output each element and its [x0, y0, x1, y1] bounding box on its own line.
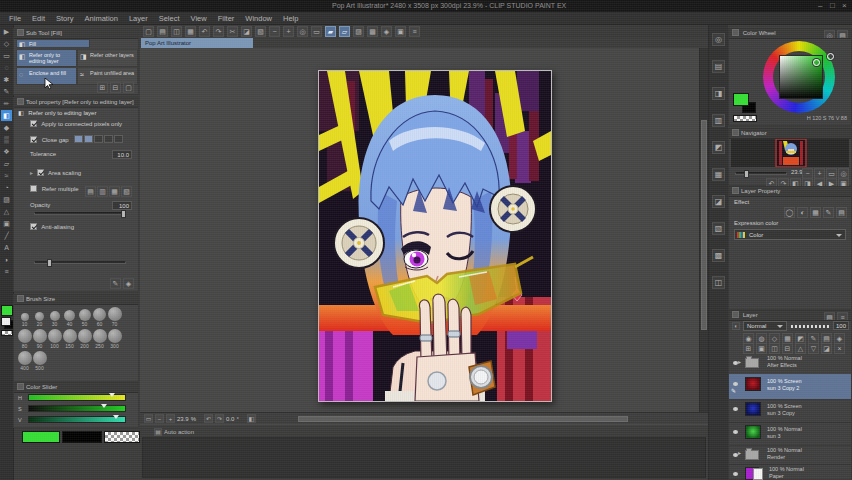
saturation-slider[interactable] — [28, 405, 126, 412]
fit-to-screen-icon[interactable]: ▭ — [311, 26, 322, 37]
folder-expand-icon[interactable]: ▸ — [738, 359, 741, 366]
refer-folder-icon[interactable]: ▧ — [121, 186, 132, 197]
refer-reference-icon[interactable]: ▥ — [97, 186, 108, 197]
brush-size-item[interactable]: 10 — [17, 313, 32, 327]
ruler-tool-icon[interactable]: ╱ — [1, 230, 12, 241]
wheel-main-color-swatch[interactable] — [733, 93, 749, 106]
opacity-slider[interactable] — [34, 212, 126, 215]
layer-menu-icon[interactable]: ≡ — [837, 312, 848, 321]
minimize-button[interactable]: – — [818, 1, 822, 11]
subtool-menu-icon[interactable]: ▢ — [123, 82, 134, 93]
material-2-dock-icon[interactable]: ◨ — [712, 87, 725, 100]
color-wheel-header[interactable]: Color Wheel ◎▤ — [729, 29, 851, 39]
magnifier-dock-icon[interactable]: ◎ — [712, 33, 725, 46]
secondary-color-swatch[interactable] — [62, 431, 102, 443]
layer-visibility-icon[interactable] — [733, 472, 738, 476]
brush-size-item[interactable]: 150 — [62, 329, 77, 349]
canvas-zoom-in-icon[interactable]: + — [166, 414, 175, 423]
delete-subtool-icon[interactable]: ⊟ — [110, 82, 121, 93]
layer-palette-header[interactable]: Layer ▤≡ — [729, 311, 851, 321]
brush-size-item[interactable]: 90 — [32, 329, 47, 349]
snap-grid-icon[interactable]: ▨ — [353, 26, 364, 37]
menu-item-story[interactable]: Story — [56, 14, 74, 23]
wheel-tab-icon[interactable]: ◎ — [824, 30, 835, 39]
vertical-scrollbar-thumb[interactable] — [701, 120, 707, 330]
layer-color-effect-icon[interactable]: ▦ — [810, 207, 821, 218]
pencil-tool-icon[interactable]: ✏ — [1, 98, 12, 109]
reference-effect-icon[interactable]: ▤ — [836, 207, 847, 218]
show-grid-icon[interactable]: ▩ — [367, 26, 378, 37]
brush-size-item[interactable]: 40 — [62, 310, 77, 327]
refer-all-icon[interactable]: ▤ — [85, 186, 96, 197]
canvas-rotate-right-icon[interactable]: ↷ — [215, 414, 224, 423]
menu-item-window[interactable]: Window — [245, 14, 272, 23]
actual-size-icon[interactable]: ◎ — [297, 26, 308, 37]
subtool-option-refer-editing[interactable]: ◧ Refer only to editing layer — [16, 49, 77, 67]
information-dock-icon[interactable]: ▩ — [712, 249, 725, 262]
undo-icon[interactable]: ↶ — [199, 26, 210, 37]
sub-tool-header[interactable]: Sub Tool [Fill] — [14, 29, 138, 39]
vertical-scrollbar-track[interactable] — [699, 48, 708, 412]
operation-tool-icon[interactable]: ▶ — [1, 26, 12, 37]
brush-size-item[interactable]: 300 — [107, 329, 122, 349]
border-effect-icon[interactable]: ◯ — [784, 207, 795, 218]
close-gap-checkbox[interactable] — [30, 136, 37, 143]
tone-effect-icon[interactable]: ◐ — [797, 207, 808, 218]
brush-size-item[interactable]: 500 — [32, 351, 47, 371]
tool-property-header[interactable]: Tool property [Refer only to editing lay… — [14, 98, 138, 108]
layer-property-header[interactable]: Layer Property — [729, 187, 851, 197]
document-tab[interactable]: Pop Art Illustrator — [141, 38, 253, 48]
tolerance-value[interactable]: 10.0 — [112, 150, 132, 159]
folder-expand-icon[interactable]: ▸ — [738, 450, 741, 457]
layer-row-paper[interactable]: 100 % NormalPaper — [729, 464, 851, 480]
menu-item-edit[interactable]: Edit — [32, 14, 45, 23]
brush-size-header[interactable]: Brush Size — [14, 295, 138, 305]
horizontal-scrollbar[interactable] — [298, 416, 628, 422]
brush-size-item[interactable]: 100 — [47, 329, 62, 349]
bottom-palette-content[interactable] — [142, 437, 706, 478]
transparent-swatch[interactable] — [104, 431, 140, 443]
layer-opacity-slider[interactable] — [791, 325, 829, 328]
menu-item-view[interactable]: View — [191, 14, 207, 23]
layer-visibility-icon[interactable] — [733, 430, 738, 434]
item-bank-dock-icon[interactable]: ▦ — [712, 168, 725, 181]
decoration-tool-icon[interactable]: ❖ — [1, 146, 12, 157]
layer-search-icon[interactable]: ▤ — [824, 312, 835, 321]
brush-tool-icon[interactable]: ◆ — [1, 122, 12, 133]
brush-size-item[interactable]: 400 — [17, 351, 32, 371]
balloon-tool-icon[interactable]: ◗ — [1, 254, 12, 265]
frame-border-tool-icon[interactable]: ▣ — [1, 218, 12, 229]
menu-item-layer[interactable]: Layer — [129, 14, 148, 23]
area-scaling-expand-icon[interactable]: ▸ — [30, 170, 33, 176]
canvas-artwork[interactable] — [318, 70, 552, 402]
refer-multiple-checkbox[interactable] — [30, 185, 37, 192]
material-dock-icon[interactable]: ▤ — [712, 60, 725, 73]
layer-row-sun3-copy[interactable]: 100 % Screensun 3 Copy — [729, 399, 851, 423]
gradient-tool-icon[interactable]: ▨ — [1, 194, 12, 205]
brush-size-item[interactable]: 60 — [92, 308, 107, 327]
layer-visibility-icon[interactable] — [733, 407, 738, 411]
brush-size-item[interactable]: 20 — [32, 312, 47, 327]
material-3-dock-icon[interactable]: ▥ — [712, 114, 725, 127]
current-color-swatch[interactable] — [22, 431, 60, 443]
redo-icon[interactable]: ↷ — [213, 26, 224, 37]
canvas-flip-icon[interactable]: ◧ — [247, 414, 256, 423]
paste-icon[interactable]: ▧ — [255, 26, 266, 37]
pen-tool-icon[interactable]: ✎ — [1, 86, 12, 97]
brush-size-item[interactable]: 80 — [17, 329, 32, 349]
bottom-palette-tab[interactable]: ▤ Auto action — [154, 427, 194, 436]
sub-view-dock-icon[interactable]: ◩ — [712, 141, 725, 154]
sub-color-swatch-white[interactable] — [1, 317, 11, 326]
timeline-dock-icon[interactable]: ◫ — [712, 276, 725, 289]
figure-tool-icon[interactable]: △ — [1, 206, 12, 217]
layer-row-after-effects[interactable]: ▸ 100 % NormalAfter Effects — [729, 353, 851, 375]
cut-icon[interactable]: ✂ — [227, 26, 238, 37]
print-icon[interactable]: ▦ — [185, 26, 196, 37]
navigator-header[interactable]: Navigator — [729, 129, 851, 139]
subtool-option-refer-other[interactable]: ◨ Refer other layers — [77, 49, 138, 67]
brush-size-item[interactable]: 30 — [47, 311, 62, 327]
text-tool-icon[interactable]: A — [1, 242, 12, 253]
new-canvas-icon[interactable]: ▢ — [143, 26, 154, 37]
area-scaling-checkbox[interactable] — [37, 169, 44, 176]
tolerance-slider[interactable] — [34, 261, 126, 264]
